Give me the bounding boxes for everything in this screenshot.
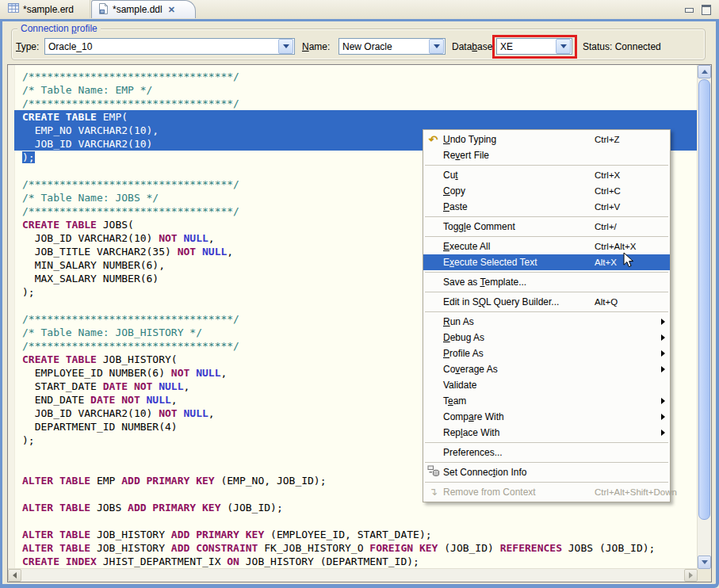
tab-label: *sample.erd (23, 4, 74, 15)
undo-icon: ↶ (423, 133, 443, 147)
menu-item-label: Validate (443, 380, 476, 391)
tab-sample-erd[interactable]: *sample.erd (2, 0, 90, 18)
minimize-icon[interactable] (685, 8, 694, 13)
menu-item-run-as[interactable]: Run As (423, 314, 670, 330)
menu-item-label: Undo Typing (443, 134, 496, 145)
menu-separator (425, 165, 668, 166)
context-menu: ↶Undo TypingCtrl+ZRevert FileCutCtrl+XCo… (423, 129, 671, 502)
menu-item-shortcut: Ctrl+Z (595, 135, 620, 144)
menu-item-debug-as[interactable]: Debug As (423, 330, 670, 346)
menu-separator (425, 482, 668, 483)
menu-item-team[interactable]: Team (423, 393, 670, 409)
menu-separator (425, 216, 668, 217)
menu-item-shortcut: Ctrl+C (595, 186, 621, 196)
menu-item-preferences[interactable]: Preferences... (423, 445, 670, 460)
close-icon[interactable]: ✕ (168, 5, 175, 15)
menu-item-edit-in-sql-query-builder[interactable]: Edit in SQL Query Builder...Alt+Q (423, 294, 670, 310)
submenu-arrow-icon (661, 366, 665, 372)
submenu-arrow-icon (661, 414, 665, 420)
menu-item-shortcut: Alt+X (595, 258, 617, 267)
maximize-icon[interactable] (702, 5, 711, 15)
submenu-arrow-icon (661, 319, 665, 325)
menu-item-shortcut: Ctrl+/ (595, 222, 617, 231)
database-dropdown[interactable]: XE (496, 38, 572, 55)
database-dropdown-value: XE (497, 41, 555, 52)
menu-item-label: Cut (443, 170, 458, 181)
scroll-right-icon[interactable] (684, 569, 698, 582)
submenu-arrow-icon (661, 350, 665, 357)
file-icon (98, 3, 109, 17)
dropdown-arrow-icon[interactable] (429, 39, 444, 54)
code-line: ALTER TABLE JOBS ADD PRIMARY KEY (JOB_ID… (14, 501, 698, 514)
status-text: Status: Connected (583, 41, 661, 52)
menu-item-execute-selected-text[interactable]: Execute Selected TextAlt+X (423, 254, 670, 270)
scroll-up-icon[interactable] (698, 65, 711, 78)
menu-item-toggle-comment[interactable]: Toggle CommentCtrl+/ (423, 219, 670, 235)
menu-item-profile-as[interactable]: Profile As (423, 346, 670, 361)
editor-tab-bar: *sample.erd *sample.ddl ✕ (0, 0, 719, 19)
scroll-down-icon[interactable] (698, 556, 711, 569)
name-dropdown[interactable]: New Oracle (338, 38, 446, 55)
scroll-left-icon[interactable] (8, 569, 21, 582)
menu-item-label: Remove from Context (443, 487, 536, 498)
menu-item-revert-file[interactable]: Revert File (423, 147, 670, 163)
menu-item-validate[interactable]: Validate (423, 377, 670, 393)
menu-item-undo-typing[interactable]: ↶Undo TypingCtrl+Z (423, 132, 670, 147)
vertical-scrollbar[interactable] (697, 65, 711, 569)
menu-separator (425, 272, 668, 273)
menu-item-label: Profile As (443, 348, 484, 359)
name-label: Name: (302, 41, 330, 52)
menu-item-label: Team (443, 395, 466, 407)
menu-item-shortcut: Ctrl+Alt+X (595, 242, 636, 251)
status-value: Connected (615, 41, 661, 52)
menu-item-label: Replace With (443, 427, 499, 438)
menu-separator (425, 292, 668, 292)
submenu-arrow-icon (661, 430, 665, 436)
database-label: Database: (452, 41, 495, 52)
code-line: /* Table Name: EMP */ (14, 83, 698, 97)
menu-item-coverage-as[interactable]: Coverage As (423, 361, 670, 377)
scrollbar-corner (698, 569, 711, 582)
menu-item-label: Execute All (443, 241, 490, 252)
menu-item-label: Toggle Comment (443, 221, 515, 232)
menu-item-compare-with[interactable]: Compare With (423, 409, 670, 425)
menu-item-shortcut: Alt+Q (595, 297, 618, 307)
horizontal-scrollbar[interactable] (8, 568, 698, 582)
code-line: /*********************************/ (14, 97, 698, 110)
menu-item-cut[interactable]: CutCtrl+X (423, 167, 670, 183)
menu-item-replace-with[interactable]: Replace With (423, 425, 670, 441)
menu-item-label: Compare With (443, 411, 504, 422)
tab-sample-ddl[interactable]: *sample.ddl ✕ (91, 0, 196, 18)
menu-item-label: Execute Selected Text (443, 257, 537, 268)
menu-separator (425, 442, 668, 443)
code-line (14, 514, 698, 528)
menu-item-label: Edit in SQL Query Builder... (443, 296, 559, 307)
connection-profile-title: Connection profile (17, 23, 101, 34)
menu-separator (425, 311, 668, 312)
menu-item-label: Copy (443, 185, 465, 197)
submenu-arrow-icon (661, 398, 665, 404)
type-label: Type: (16, 41, 39, 52)
menu-item-label: Paste (443, 201, 468, 212)
menu-item-shortcut: Ctrl+Alt+Shift+Down (595, 487, 677, 497)
menu-item-execute-all[interactable]: Execute AllCtrl+Alt+X (423, 239, 670, 254)
dropdown-arrow-icon[interactable] (556, 39, 571, 54)
menu-item-save-as-template[interactable]: Save as Template... (423, 274, 670, 290)
menu-item-set-connection-info[interactable]: Set Connection Info (423, 464, 670, 480)
menu-item-label: Save as Template... (443, 277, 526, 288)
menu-item-label: Coverage As (443, 364, 498, 375)
type-dropdown[interactable]: Oracle_10 (44, 38, 295, 55)
code-line: /*********************************/ (14, 70, 698, 83)
menu-item-paste[interactable]: PasteCtrl+V (423, 199, 670, 215)
dropdown-arrow-icon[interactable] (278, 39, 293, 54)
remove-context-icon: ↴ (423, 486, 443, 498)
menu-item-shortcut: Ctrl+V (595, 202, 620, 212)
table-icon (8, 3, 19, 15)
menu-item-shortcut: Ctrl+X (595, 170, 620, 180)
submenu-arrow-icon (661, 334, 665, 341)
menu-item-label: Set Connection Info (443, 467, 526, 478)
menu-item-label: Revert File (443, 150, 489, 161)
menu-separator (425, 236, 668, 237)
menu-item-copy[interactable]: CopyCtrl+C (423, 183, 670, 199)
vertical-scrollbar-thumb[interactable] (698, 79, 710, 520)
